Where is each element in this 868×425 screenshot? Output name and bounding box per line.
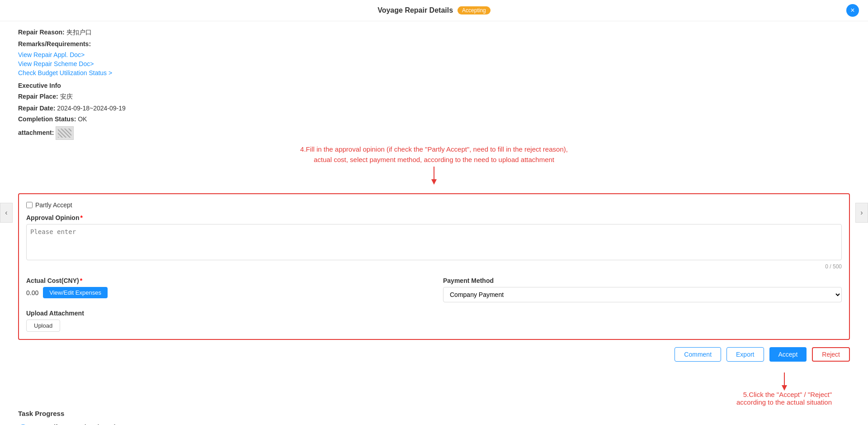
chevron-right-icon: › xyxy=(860,209,863,217)
bottom-annotation: 5.Click the "Accept" / "Reject"according… xyxy=(18,372,850,406)
repair-date-label: Repair Date: xyxy=(18,105,55,112)
upload-attachment-section: Upload Attachment Upload xyxy=(26,310,842,332)
callout-wrapper: 4.Fill in the approval opinion (if check… xyxy=(18,144,850,186)
partly-accept-label[interactable]: Partly Accept xyxy=(35,201,72,209)
action-bar: Comment Export Accept Reject xyxy=(18,347,850,365)
partly-accept-row: Partly Accept xyxy=(26,201,842,209)
reject-button[interactable]: Reject xyxy=(812,347,850,362)
callout-bottom-text: 5.Click the "Accept" / "Reject"according… xyxy=(736,391,832,406)
close-button[interactable]: × xyxy=(846,4,859,17)
nav-arrow-left[interactable]: ‹ xyxy=(0,203,13,223)
repair-place-value: 安庆 xyxy=(60,93,73,100)
attachment-label: attachment: xyxy=(18,129,54,136)
repair-reason-value: 夹扣户口 xyxy=(66,29,92,36)
upload-button[interactable]: Upload xyxy=(26,320,60,332)
upload-attachment-label: Upload Attachment xyxy=(26,310,842,317)
view-repair-scheme-doc-link[interactable]: View Repair Scheme Doc> xyxy=(18,60,850,67)
repair-place-label: Repair Place: xyxy=(18,93,58,100)
view-repair-appl-doc-link[interactable]: View Repair Appl. Doc> xyxy=(18,51,850,58)
completion-status-label: Completion Status: xyxy=(18,115,76,123)
repair-reason-label: Repair Reason: xyxy=(18,29,65,36)
nav-arrow-right[interactable]: › xyxy=(855,203,868,223)
cost-payment-row: Actual Cost(CNY)* 0.00 View/Edit Expense… xyxy=(26,277,842,302)
repair-reason-row: Repair Reason: 夹扣户口 xyxy=(18,29,850,37)
actual-cost-label: Actual Cost(CNY)* xyxy=(26,277,425,284)
payment-method-label: Payment Method xyxy=(443,277,842,284)
payment-method-select[interactable]: Company Payment Personal Payment xyxy=(443,287,842,302)
comment-button[interactable]: Comment xyxy=(675,347,721,362)
check-budget-link[interactable]: Check Budget Utilization Status > xyxy=(18,69,850,76)
repair-date-value: 2024-09-18~2024-09-19 xyxy=(57,105,125,112)
callout-top-text: 4.Fill in the approval opinion (if check… xyxy=(18,144,850,165)
remarks-label: Remarks/Requirements: xyxy=(18,40,91,48)
export-button[interactable]: Export xyxy=(726,347,764,362)
repair-place-row: Repair Place: 安庆 xyxy=(18,93,850,101)
char-count: 0 / 500 xyxy=(26,263,842,270)
approval-opinion-textarea[interactable] xyxy=(26,224,842,260)
chevron-left-icon: ‹ xyxy=(5,209,7,217)
view-edit-expenses-button[interactable]: View/Edit Expenses xyxy=(43,287,108,298)
attachment-thumbnail[interactable] xyxy=(56,126,74,140)
actual-cost-value: 0.00 xyxy=(26,289,38,296)
cost-row: 0.00 View/Edit Expenses xyxy=(26,287,425,298)
status-badge: Accepting xyxy=(458,6,491,14)
main-content: Repair Reason: 夹扣户口 Remarks/Requirements… xyxy=(0,21,868,425)
payment-method-col: Payment Method Company Payment Personal … xyxy=(443,277,842,302)
callout-arrow-accept xyxy=(780,372,789,391)
completion-status-value: OK xyxy=(78,115,87,123)
executive-info-header: Executive Info xyxy=(18,82,850,89)
svg-marker-1 xyxy=(431,179,437,185)
accept-button[interactable]: Accept xyxy=(769,347,807,362)
partly-accept-checkbox[interactable] xyxy=(26,202,33,208)
required-star: * xyxy=(80,214,82,221)
actual-cost-col: Actual Cost(CNY)* 0.00 View/Edit Expense… xyxy=(26,277,425,298)
completion-status-row: Completion Status: OK xyxy=(18,115,850,123)
callout-arrow-down xyxy=(18,167,850,186)
remarks-row: Remarks/Requirements: xyxy=(18,40,850,48)
page-title: Voyage Repair Details xyxy=(377,6,453,14)
attachment-row: attachment: xyxy=(18,126,850,140)
header-bar: Voyage Repair Details Accepting × xyxy=(0,0,868,21)
task-progress-section: Task Progress ✓ Create(from repair schem… xyxy=(18,410,850,425)
approval-form-area: Partly Accept Approval Opinion* 0 / 500 … xyxy=(18,193,850,340)
repair-date-row: Repair Date: 2024-09-18~2024-09-19 xyxy=(18,105,850,112)
task-progress-header: Task Progress xyxy=(18,410,850,417)
approval-opinion-label: Approval Opinion* xyxy=(26,214,842,221)
svg-marker-3 xyxy=(782,385,787,391)
